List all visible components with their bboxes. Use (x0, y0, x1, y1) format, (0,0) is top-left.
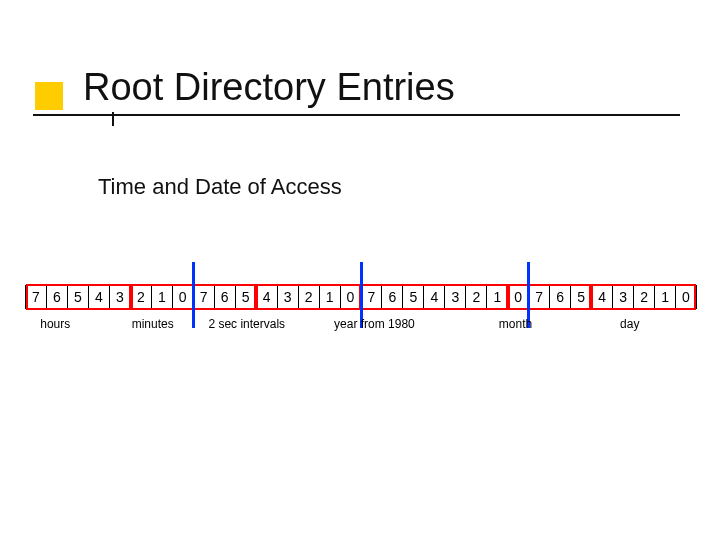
slide-title: Root Directory Entries (83, 68, 455, 108)
field-label: 2 sec intervals (208, 317, 285, 331)
field-label: year from 1980 (334, 317, 415, 331)
field-label: minutes (132, 317, 174, 331)
bit-cell: 5 (235, 286, 256, 308)
bit-cell: 6 (214, 286, 235, 308)
bit-row: 76543210765432107654321076543210 (25, 285, 697, 309)
bit-diagram: 76543210765432107654321076543210 hoursmi… (25, 285, 697, 355)
field-labels: hoursminutes2 sec intervalsyear from 198… (25, 315, 697, 355)
bit-cell: 4 (256, 286, 277, 308)
bit-cell: 1 (486, 286, 507, 308)
field-label: hours (40, 317, 70, 331)
bit-cell: 5 (570, 286, 591, 308)
bit-cell: 2 (298, 286, 319, 308)
bit-cell: 6 (46, 286, 67, 308)
bit-cell: 2 (130, 286, 151, 308)
bit-cell: 0 (675, 286, 696, 308)
title-line: Root Directory Entries (33, 68, 680, 116)
bit-cell: 5 (402, 286, 423, 308)
bit-cell: 7 (26, 286, 46, 308)
slide-subtitle: Time and Date of Access (98, 174, 342, 200)
bit-cell: 7 (528, 286, 549, 308)
bit-cell: 5 (67, 286, 88, 308)
title-tick-icon (112, 112, 114, 126)
bit-cell: 3 (109, 286, 130, 308)
bit-cell: 3 (277, 286, 298, 308)
bit-cell: 6 (381, 286, 402, 308)
slide: Root Directory Entries Time and Date of … (0, 0, 720, 540)
bit-cell: 0 (172, 286, 193, 308)
bit-cell: 1 (151, 286, 172, 308)
bit-cell: 1 (654, 286, 675, 308)
bit-cell: 7 (193, 286, 214, 308)
bit-cell: 2 (465, 286, 486, 308)
bit-cell: 0 (507, 286, 528, 308)
bit-cell: 1 (319, 286, 340, 308)
bit-cell: 6 (549, 286, 570, 308)
bit-cell: 0 (340, 286, 361, 308)
bit-cell: 4 (423, 286, 444, 308)
bit-cell: 7 (361, 286, 382, 308)
field-label: day (620, 317, 639, 331)
bit-cell: 4 (591, 286, 612, 308)
bullet-square-icon (35, 82, 63, 110)
field-label: month (499, 317, 532, 331)
bit-cell: 4 (88, 286, 109, 308)
bit-cell: 3 (612, 286, 633, 308)
bit-cell: 3 (444, 286, 465, 308)
title-block: Root Directory Entries (33, 68, 680, 116)
bit-cell: 2 (633, 286, 654, 308)
